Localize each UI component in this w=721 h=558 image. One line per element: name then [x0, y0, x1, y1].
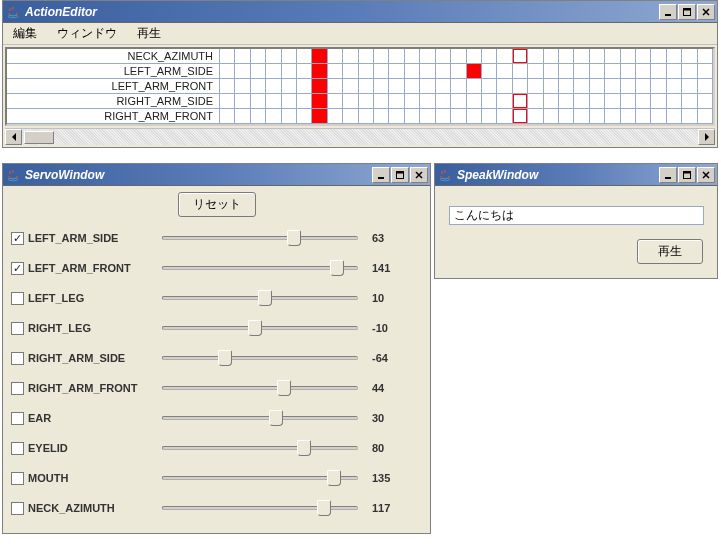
action-cell[interactable]	[297, 64, 312, 78]
action-cell[interactable]	[282, 109, 297, 123]
action-cell[interactable]	[436, 49, 451, 63]
slider-thumb[interactable]	[248, 320, 262, 336]
action-cell[interactable]	[605, 79, 620, 93]
action-cell[interactable]	[482, 49, 497, 63]
action-cell[interactable]	[297, 49, 312, 63]
action-cell[interactable]	[451, 49, 466, 63]
action-cell[interactable]	[420, 49, 435, 63]
menu-edit[interactable]: 編集	[9, 23, 41, 44]
action-cell[interactable]	[343, 49, 358, 63]
action-cell[interactable]	[266, 109, 281, 123]
close-button[interactable]	[410, 167, 428, 183]
action-cell[interactable]	[559, 94, 574, 108]
action-cell[interactable]	[513, 49, 528, 63]
servo-checkbox[interactable]	[11, 322, 24, 335]
action-cell[interactable]	[497, 49, 512, 63]
action-cell[interactable]	[282, 49, 297, 63]
action-cell[interactable]	[559, 109, 574, 123]
action-cell[interactable]	[513, 79, 528, 93]
servo-titlebar[interactable]: ServoWindow	[3, 164, 430, 186]
action-cell[interactable]	[667, 49, 682, 63]
action-cell[interactable]	[374, 94, 389, 108]
action-cell[interactable]	[389, 49, 404, 63]
action-cell[interactable]	[682, 79, 697, 93]
maximize-button[interactable]	[678, 167, 696, 183]
action-cell[interactable]	[574, 49, 589, 63]
slider-thumb[interactable]	[218, 350, 232, 366]
action-cell[interactable]	[621, 64, 636, 78]
action-cell[interactable]	[559, 49, 574, 63]
action-cell[interactable]	[343, 79, 358, 93]
action-cell[interactable]	[590, 79, 605, 93]
servo-slider[interactable]	[162, 229, 358, 247]
servo-checkbox[interactable]	[11, 502, 24, 515]
action-cell[interactable]	[312, 109, 327, 123]
action-cell[interactable]	[544, 94, 559, 108]
action-cell[interactable]	[297, 109, 312, 123]
slider-thumb[interactable]	[269, 410, 283, 426]
servo-checkbox[interactable]	[11, 352, 24, 365]
action-cell[interactable]	[436, 109, 451, 123]
action-cell[interactable]	[590, 109, 605, 123]
action-cell[interactable]	[544, 79, 559, 93]
servo-slider[interactable]	[162, 349, 358, 367]
action-cell[interactable]	[482, 64, 497, 78]
action-cell[interactable]	[667, 94, 682, 108]
action-cell[interactable]	[220, 109, 235, 123]
action-cell[interactable]	[451, 79, 466, 93]
servo-slider[interactable]	[162, 499, 358, 517]
action-grid[interactable]: NECK_AZIMUTHLEFT_ARM_SIDELEFT_ARM_FRONTR…	[7, 49, 713, 124]
action-cell[interactable]	[436, 94, 451, 108]
slider-thumb[interactable]	[317, 500, 331, 516]
action-cell[interactable]	[482, 109, 497, 123]
action-cell[interactable]	[251, 49, 266, 63]
scroll-right-button[interactable]	[698, 129, 715, 145]
servo-checkbox[interactable]	[11, 382, 24, 395]
action-cells[interactable]	[220, 79, 713, 93]
action-cell[interactable]	[544, 49, 559, 63]
action-cell[interactable]	[251, 94, 266, 108]
action-cell[interactable]	[359, 49, 374, 63]
action-cell[interactable]	[651, 79, 666, 93]
action-cell[interactable]	[544, 64, 559, 78]
action-cell[interactable]	[636, 94, 651, 108]
servo-checkbox[interactable]	[11, 442, 24, 455]
servo-checkbox[interactable]	[11, 232, 24, 245]
action-cell[interactable]	[266, 79, 281, 93]
action-cell[interactable]	[374, 79, 389, 93]
action-cell[interactable]	[251, 109, 266, 123]
action-cell[interactable]	[482, 79, 497, 93]
action-cell[interactable]	[605, 94, 620, 108]
action-cells[interactable]	[220, 49, 713, 63]
action-cell[interactable]	[343, 94, 358, 108]
action-cell[interactable]	[528, 49, 543, 63]
reset-button[interactable]: リセット	[178, 192, 256, 217]
slider-thumb[interactable]	[330, 260, 344, 276]
action-cell[interactable]	[282, 79, 297, 93]
action-cell[interactable]	[497, 79, 512, 93]
slider-thumb[interactable]	[287, 230, 301, 246]
action-cell[interactable]	[359, 79, 374, 93]
action-cell[interactable]	[312, 49, 327, 63]
action-cell[interactable]	[436, 64, 451, 78]
action-cell[interactable]	[235, 79, 250, 93]
action-cell[interactable]	[374, 64, 389, 78]
action-cell[interactable]	[282, 64, 297, 78]
action-cell[interactable]	[328, 94, 343, 108]
maximize-button[interactable]	[678, 4, 696, 20]
action-cell[interactable]	[574, 94, 589, 108]
action-cell[interactable]	[636, 79, 651, 93]
action-cell[interactable]	[497, 94, 512, 108]
action-cell[interactable]	[451, 109, 466, 123]
action-cell[interactable]	[420, 109, 435, 123]
servo-slider[interactable]	[162, 259, 358, 277]
action-cell[interactable]	[651, 64, 666, 78]
action-cell[interactable]	[682, 64, 697, 78]
action-cell[interactable]	[559, 79, 574, 93]
action-cell[interactable]	[235, 94, 250, 108]
action-cell[interactable]	[528, 64, 543, 78]
action-cell[interactable]	[266, 49, 281, 63]
action-cell[interactable]	[590, 49, 605, 63]
action-cell[interactable]	[667, 79, 682, 93]
servo-slider[interactable]	[162, 289, 358, 307]
